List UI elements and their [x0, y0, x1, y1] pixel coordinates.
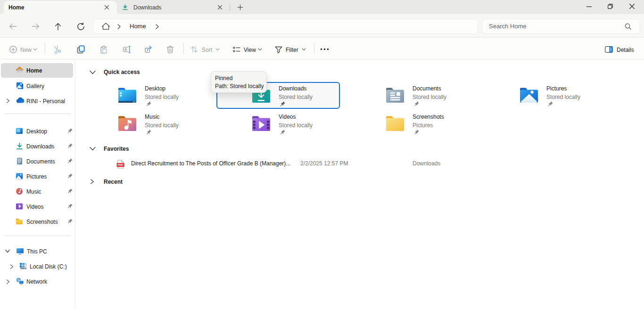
svg-text:PDF: PDF — [117, 163, 124, 166]
